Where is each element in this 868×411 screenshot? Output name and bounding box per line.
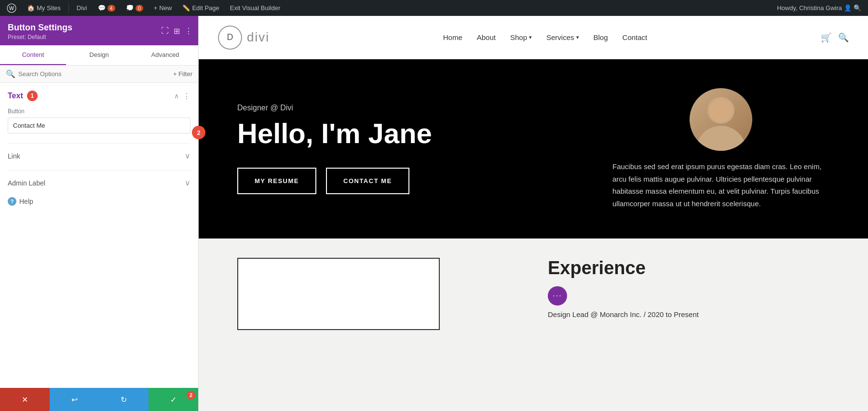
section-title-row: Text 1 bbox=[8, 91, 38, 101]
filter-label: + Filter bbox=[173, 70, 192, 78]
save-badge: 2 bbox=[187, 391, 195, 399]
admin-bar-new[interactable]: + New bbox=[151, 0, 175, 16]
shop-chevron-icon: ▾ bbox=[529, 34, 532, 40]
tab-content[interactable]: Content bbox=[0, 45, 66, 65]
panel-footer: ✕ ↩ ↻ ✓ 2 bbox=[0, 388, 198, 411]
admin-bar-divi[interactable]: Divi bbox=[74, 0, 90, 16]
fullscreen-icon[interactable]: ⛶ bbox=[161, 27, 169, 35]
experience-card bbox=[237, 258, 440, 330]
experience-dots-icon: ··· bbox=[553, 292, 562, 300]
redo-button[interactable]: ↻ bbox=[99, 388, 149, 411]
svg-point-2 bbox=[696, 126, 746, 151]
filter-button[interactable]: + Filter bbox=[173, 70, 192, 78]
panel-header-icons: ⛶ ⊞ ⋮ bbox=[161, 26, 192, 35]
button-field-label: Button bbox=[8, 108, 190, 115]
site-nav: Home About Shop ▾ Services ▾ Blog Contac… bbox=[443, 33, 648, 41]
pencil-icon: ✏️ bbox=[182, 4, 190, 12]
undo-button[interactable]: ↩ bbox=[50, 388, 99, 411]
admin-label-section-header[interactable]: Admin Label ∨ bbox=[8, 178, 190, 187]
section-actions: ∧ ⋮ bbox=[174, 92, 190, 101]
services-chevron-icon: ▾ bbox=[576, 34, 579, 40]
admin-bar-exit-builder[interactable]: Exit Visual Builder bbox=[227, 0, 284, 16]
nav-contact[interactable]: Contact bbox=[623, 33, 648, 41]
main-layout: Button Settings Preset: Default ⛶ ⊞ ⋮ Co… bbox=[0, 16, 868, 411]
bubble-icon: 💭 bbox=[126, 4, 134, 12]
search-bar: 🔍 + Filter bbox=[0, 66, 198, 83]
button-field-group: Button bbox=[8, 108, 190, 133]
experience-title: Experience bbox=[548, 258, 829, 278]
help-section[interactable]: ? Help bbox=[8, 187, 190, 211]
experience-section: Experience ··· Design Lead @ Monarch Inc… bbox=[199, 239, 868, 411]
search-input[interactable] bbox=[18, 70, 170, 78]
button-text-input[interactable] bbox=[8, 118, 190, 133]
plus-icon: + bbox=[154, 4, 158, 12]
svg-point-4 bbox=[709, 99, 732, 122]
svg-text:W: W bbox=[9, 5, 14, 11]
admin-label-chevron-icon: ∨ bbox=[185, 178, 190, 187]
admin-bar-comments[interactable]: 💬 4 bbox=[95, 0, 118, 16]
link-label: Link bbox=[8, 152, 20, 160]
layout-icon[interactable]: ⊞ bbox=[174, 26, 180, 35]
logo-circle: D bbox=[218, 26, 242, 50]
experience-left bbox=[237, 258, 519, 392]
admin-bar-user[interactable]: Howdy, Christina Gwira 👤 🔍 bbox=[774, 0, 864, 16]
cart-icon[interactable]: 🛒 bbox=[821, 32, 831, 43]
avatar bbox=[690, 88, 752, 151]
site-logo: D divi bbox=[218, 26, 270, 50]
experience-right: Experience ··· Design Lead @ Monarch Inc… bbox=[548, 258, 829, 392]
hero-subtitle: Designer @ Divi bbox=[237, 104, 612, 112]
search-nav-icon[interactable]: 🔍 bbox=[838, 32, 849, 43]
admin-bar-divider bbox=[68, 3, 69, 13]
logo-d: D bbox=[227, 32, 233, 42]
admin-bar: W 🏠 My Sites Divi 💬 4 💭 0 + New ✏️ Edit … bbox=[0, 0, 868, 16]
nav-services[interactable]: Services ▾ bbox=[546, 33, 579, 41]
contact-button[interactable]: CONTACT ME bbox=[326, 168, 409, 194]
help-label: Help bbox=[19, 198, 33, 205]
website-preview: D divi Home About Shop ▾ Services ▾ Blog… bbox=[199, 16, 868, 411]
hero-description: Faucibus sed sed erat ipsum purus egesta… bbox=[612, 160, 829, 210]
hero-section: Designer @ Divi Hello, I'm Jane MY RESUM… bbox=[199, 59, 868, 239]
comments-badge: 4 bbox=[108, 5, 115, 12]
admin-bar-left: W 🏠 My Sites Divi 💬 4 💭 0 + New ✏️ Edit … bbox=[4, 0, 772, 16]
collapse-button[interactable]: ∧ bbox=[174, 92, 179, 100]
text-section-header: Text 1 ∧ ⋮ bbox=[8, 91, 190, 101]
nav-blog[interactable]: Blog bbox=[594, 33, 608, 41]
hero-title: Hello, I'm Jane bbox=[237, 118, 612, 149]
admin-bar-bubbles[interactable]: 💭 0 bbox=[123, 0, 146, 16]
nav-shop[interactable]: Shop ▾ bbox=[510, 33, 532, 41]
admin-bar-my-sites-icon: 🏠 bbox=[27, 4, 35, 12]
section-menu-button[interactable]: ⋮ bbox=[183, 92, 190, 101]
comment-icon: 💬 bbox=[98, 4, 106, 12]
admin-bar-my-sites[interactable]: 🏠 My Sites bbox=[24, 0, 64, 16]
save-button[interactable]: ✓ 2 bbox=[149, 388, 198, 411]
hero-right: Faucibus sed sed erat ipsum purus egesta… bbox=[612, 88, 829, 210]
experience-icon-circle: ··· bbox=[548, 286, 567, 305]
logo-text: divi bbox=[247, 30, 270, 45]
marker-badge-2: 2 bbox=[192, 126, 205, 139]
nav-about[interactable]: About bbox=[477, 33, 496, 41]
admin-bar-right: Howdy, Christina Gwira 👤 🔍 bbox=[774, 0, 864, 16]
tab-design[interactable]: Design bbox=[66, 45, 132, 65]
admin-label-section: Admin Label ∨ bbox=[8, 170, 190, 187]
panel-header: Button Settings Preset: Default ⛶ ⊞ ⋮ bbox=[0, 16, 198, 45]
cancel-button[interactable]: ✕ bbox=[0, 388, 50, 411]
experience-job: Design Lead @ Monarch Inc. / 2020 to Pre… bbox=[548, 310, 829, 318]
nav-home[interactable]: Home bbox=[443, 33, 462, 41]
avatar-image bbox=[690, 88, 752, 151]
nav-icons: 🛒 🔍 bbox=[821, 32, 849, 43]
site-header: D divi Home About Shop ▾ Services ▾ Blog… bbox=[199, 16, 868, 59]
search-icon: 🔍 bbox=[6, 69, 15, 79]
resume-button[interactable]: MY RESUME bbox=[237, 168, 316, 194]
more-options-icon[interactable]: ⋮ bbox=[185, 26, 192, 35]
section-badge: 1 bbox=[27, 91, 38, 101]
admin-label-title: Admin Label bbox=[8, 179, 45, 187]
left-panel: Button Settings Preset: Default ⛶ ⊞ ⋮ Co… bbox=[0, 16, 199, 411]
section-title: Text bbox=[8, 92, 23, 100]
panel-content: Text 1 ∧ ⋮ Button Link ∨ bbox=[0, 83, 198, 388]
help-icon: ? bbox=[8, 197, 16, 206]
admin-bar-wp-logo[interactable]: W bbox=[4, 0, 19, 16]
link-section: Link ∨ bbox=[8, 143, 190, 160]
tab-advanced[interactable]: Advanced bbox=[132, 45, 198, 65]
link-section-header[interactable]: Link ∨ bbox=[8, 151, 190, 160]
admin-bar-edit-page[interactable]: ✏️ Edit Page bbox=[179, 0, 222, 16]
